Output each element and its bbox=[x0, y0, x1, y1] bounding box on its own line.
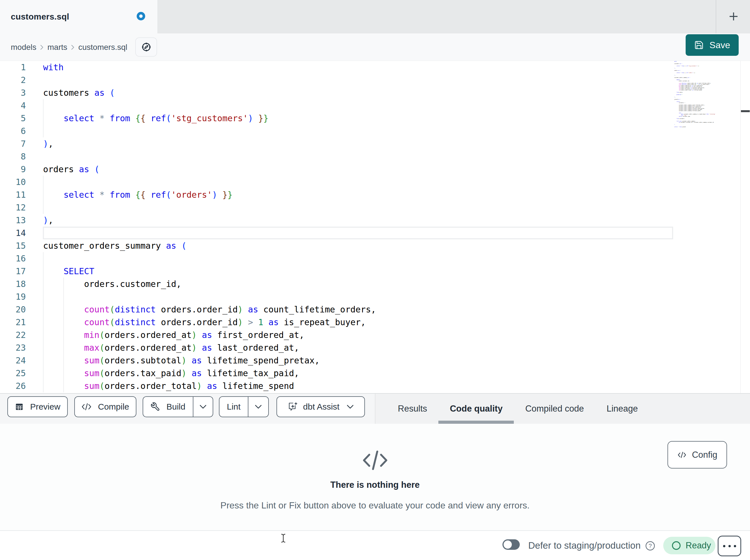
line-number: 14 bbox=[0, 227, 26, 240]
tab-title: customers.sql bbox=[11, 0, 69, 34]
minimap[interactable]: with customers as ( select * from {{ ref… bbox=[674, 61, 715, 127]
tab-compiled-code[interactable]: Compiled code bbox=[514, 394, 595, 424]
compile-button[interactable]: Compile bbox=[74, 396, 136, 417]
save-label: Save bbox=[709, 40, 730, 50]
code-line: sum(orders.tax_paid) as lifetime_tax_pai… bbox=[43, 367, 299, 379]
breadcrumb-separator bbox=[71, 44, 75, 50]
config-label: Config bbox=[692, 450, 717, 460]
line-number: 13 bbox=[0, 214, 26, 227]
tab-customers-sql[interactable]: customers.sql bbox=[0, 0, 157, 34]
code-line: SELECT bbox=[43, 265, 94, 277]
dbt-assist-button[interactable]: dbt Assist bbox=[276, 396, 365, 417]
ibeam-cursor bbox=[280, 533, 287, 543]
table-icon bbox=[15, 402, 24, 411]
breadcrumb-bar: modelsmartscustomers.sql Save bbox=[0, 34, 750, 61]
editor-toolbar: Preview Compile Build Lint bbox=[0, 393, 750, 424]
code-line: sum(orders.subtotal) as lifetime_spend_p… bbox=[43, 354, 320, 367]
breadcrumb-item[interactable]: marts bbox=[47, 43, 67, 52]
question-circle-icon[interactable]: ? bbox=[645, 541, 655, 552]
build-split-button: Build bbox=[143, 396, 213, 417]
code-line: sum(orders.order_total) as lifetime_spen… bbox=[43, 379, 294, 392]
status-badge: Ready bbox=[663, 537, 715, 554]
locate-in-file-tree-button[interactable] bbox=[135, 37, 157, 57]
chevron-right-icon bbox=[40, 44, 44, 50]
preview-label: Preview bbox=[30, 402, 60, 412]
ready-circle-icon bbox=[671, 541, 681, 551]
more-options-button[interactable] bbox=[718, 536, 741, 556]
svg-text:?: ? bbox=[649, 543, 652, 549]
code-line: ), bbox=[43, 138, 53, 150]
toggle-knob bbox=[504, 540, 512, 549]
ellipsis-icon bbox=[734, 545, 736, 547]
line-number: 24 bbox=[0, 354, 26, 367]
preview-button[interactable]: Preview bbox=[7, 396, 68, 417]
config-button[interactable]: Config bbox=[668, 441, 727, 469]
code-line: count(distinct orders.order_id) as count… bbox=[43, 303, 376, 316]
build-label: Build bbox=[166, 402, 185, 412]
unsaved-changes-dot-icon bbox=[137, 12, 145, 20]
line-number: 9 bbox=[0, 163, 26, 175]
line-number: 19 bbox=[0, 290, 26, 303]
compile-label: Compile bbox=[98, 402, 129, 412]
code-line: max(orders.ordered_at) as last_ordered_a… bbox=[43, 341, 299, 354]
code-line: customer_orders_summary as ( bbox=[43, 240, 186, 252]
tab-code-quality[interactable]: Code quality bbox=[438, 394, 514, 424]
line-number: 11 bbox=[0, 188, 26, 201]
code-line: customers as ( bbox=[43, 86, 115, 99]
code-icon bbox=[677, 451, 687, 459]
tab-bar-divider bbox=[716, 0, 716, 34]
code-line: with bbox=[43, 61, 63, 74]
line-number: 17 bbox=[0, 265, 26, 277]
build-dropdown-button[interactable] bbox=[193, 397, 213, 417]
editor-tab-bar: customers.sql bbox=[0, 0, 750, 34]
line-number: 2 bbox=[0, 74, 26, 86]
empty-state-subtitle: Press the Lint or Fix button above to ev… bbox=[220, 500, 529, 511]
line-number: 7 bbox=[0, 138, 26, 150]
empty-state-title: There is nothing here bbox=[330, 480, 420, 490]
code-line: min(orders.ordered_at) as first_ordered_… bbox=[43, 329, 304, 341]
code-line: ), bbox=[43, 214, 53, 227]
save-icon bbox=[694, 40, 704, 50]
line-number: 8 bbox=[0, 150, 26, 163]
overview-ruler-mark bbox=[741, 110, 750, 112]
lint-split-button: Lint bbox=[219, 396, 269, 417]
build-button[interactable]: Build bbox=[143, 397, 193, 417]
lint-button[interactable]: Lint bbox=[219, 397, 248, 417]
line-number: 21 bbox=[0, 316, 26, 329]
line-number: 22 bbox=[0, 329, 26, 341]
chevron-right-icon bbox=[71, 44, 75, 50]
code-icon bbox=[362, 449, 389, 471]
breadcrumb-separator bbox=[40, 44, 44, 50]
results-panel: There is nothing here Press the Lint or … bbox=[0, 424, 750, 530]
chevron-down-icon bbox=[200, 405, 206, 409]
line-number: 3 bbox=[0, 86, 26, 99]
code-editor[interactable]: 1234567891011121314151617181920212223242… bbox=[0, 61, 750, 393]
dbt-assist-label: dbt Assist bbox=[303, 402, 339, 412]
code-line: select * from {{ ref('orders') }} bbox=[43, 188, 233, 201]
tab-results[interactable]: Results bbox=[387, 394, 438, 424]
defer-toggle[interactable] bbox=[502, 539, 520, 550]
code-line: orders as ( bbox=[43, 163, 100, 175]
code-line: count(distinct orders.order_id) > 1 as i… bbox=[43, 316, 366, 329]
status-bar: Defer to staging/production ? Ready bbox=[0, 530, 750, 560]
line-number: 5 bbox=[0, 112, 26, 125]
line-number: 12 bbox=[0, 201, 26, 214]
line-number: 23 bbox=[0, 341, 26, 354]
line-number: 6 bbox=[0, 125, 26, 138]
line-number: 4 bbox=[0, 99, 26, 112]
tab-lineage[interactable]: Lineage bbox=[595, 394, 649, 424]
breadcrumb-item[interactable]: models bbox=[11, 43, 36, 52]
code-icon bbox=[81, 402, 92, 411]
line-number: 15 bbox=[0, 240, 26, 252]
line-number: 1 bbox=[0, 61, 26, 74]
new-tab-button[interactable] bbox=[725, 8, 742, 25]
line-number: 16 bbox=[0, 252, 26, 265]
lint-dropdown-button[interactable] bbox=[249, 397, 268, 417]
chevron-down-icon bbox=[255, 405, 262, 409]
chevron-down-icon bbox=[347, 405, 354, 409]
breadcrumb: modelsmartscustomers.sql bbox=[11, 34, 127, 61]
breadcrumb-item[interactable]: customers.sql bbox=[78, 43, 127, 52]
code-line: orders.customer_id, bbox=[43, 277, 181, 290]
chat-sparkle-icon bbox=[288, 402, 298, 412]
save-button[interactable]: Save bbox=[686, 34, 739, 56]
